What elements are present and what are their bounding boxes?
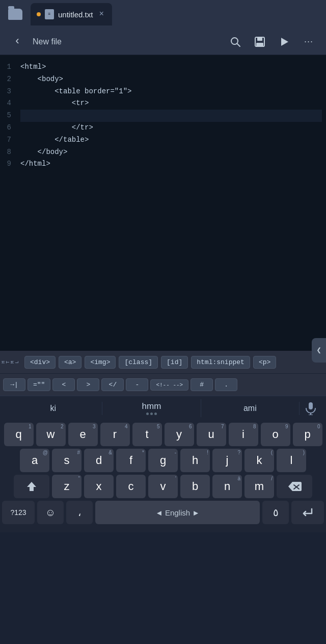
key-h[interactable]: h! — [180, 449, 210, 472]
period-key[interactable]: ٥ — [262, 501, 289, 524]
key-r[interactable]: r4 — [100, 423, 130, 446]
code-line-1: <html> — [20, 61, 322, 73]
code-line-6: </tr> — [20, 122, 322, 134]
sym-closetag[interactable]: </ — [101, 378, 124, 391]
chip-a[interactable]: <a> — [59, 356, 82, 369]
shift-key[interactable] — [14, 475, 49, 498]
chip-id[interactable]: [id] — [161, 356, 188, 369]
suggestions-bar: ki hmm ami — [0, 396, 326, 420]
enter-key[interactable] — [291, 501, 324, 524]
key-a[interactable]: a@ — [20, 449, 49, 472]
spacebar-key[interactable]: ◄ English ► — [95, 501, 260, 524]
code-line-5[interactable] — [20, 110, 322, 122]
key-y[interactable]: y6 — [165, 423, 194, 446]
key-c[interactable]: c — [116, 475, 146, 498]
line-num: 8 — [3, 146, 11, 159]
keyboard-row-4: ?123 ☺ ، ◄ English ► ٥ — [0, 498, 326, 532]
chip-class[interactable]: [class] — [119, 356, 158, 369]
sym-hash[interactable]: # — [191, 378, 213, 391]
key-p[interactable]: p0 — [293, 423, 322, 446]
suggestion-left[interactable]: ki — [4, 402, 102, 415]
suggestion-right[interactable]: ami — [201, 402, 300, 415]
dot1 — [146, 413, 149, 415]
key-u[interactable]: u7 — [197, 423, 226, 446]
code-line-7: </table> — [20, 134, 322, 146]
key-q[interactable]: q1 — [4, 423, 34, 446]
key-j[interactable]: j? — [212, 449, 242, 472]
save-icon — [254, 36, 265, 47]
sym-gt[interactable]: > — [77, 378, 99, 391]
run-button[interactable] — [273, 31, 295, 53]
keyboard-row-3: z" x c v' b nä m/ — [0, 472, 326, 498]
chip-html-snippet[interactable]: html:snippet — [191, 356, 250, 369]
sym-dot[interactable]: . — [215, 378, 237, 391]
toolbar-title: New file — [31, 37, 222, 46]
key-t[interactable]: t5 — [132, 423, 162, 446]
chip-img[interactable]: <img> — [85, 356, 116, 369]
key-n[interactable]: nä — [212, 475, 242, 498]
mic-button[interactable] — [300, 397, 322, 420]
svg-rect-6 — [309, 402, 313, 409]
sym-lt[interactable]: < — [52, 378, 75, 391]
tab-untitled[interactable]: untitled.txt × — [31, 3, 112, 25]
key-s[interactable]: s# — [52, 449, 82, 472]
backspace-key[interactable] — [277, 475, 312, 498]
editor-area[interactable]: 1 2 3 4 5 6 7 8 9 <html> <body> <table b… — [0, 55, 326, 351]
key-k[interactable]: k( — [244, 449, 274, 472]
sym-tab[interactable]: →| — [3, 378, 25, 391]
key-b[interactable]: b — [180, 475, 210, 498]
key-v[interactable]: v' — [148, 475, 178, 498]
line-numbers: 1 2 3 4 5 6 7 8 9 — [0, 55, 16, 351]
line-num: 7 — [3, 134, 11, 146]
dot3 — [154, 413, 157, 415]
shortcut-bar: HTML <div> <a> <img> [class] [id] html:s… — [0, 351, 326, 373]
key-f[interactable]: f* — [116, 449, 146, 472]
more-button[interactable]: ··· — [297, 31, 320, 53]
switch-to-numbers-key[interactable]: ?123 — [2, 501, 35, 524]
folder-icon — [8, 9, 22, 20]
code-content[interactable]: <html> <body> <table border="1"> <tr> </… — [16, 55, 326, 351]
keyboard-row-1: q1 w2 e3 r4 t5 y6 u7 i8 o9 p0 — [0, 420, 326, 446]
enter-icon — [302, 507, 314, 518]
sym-quote[interactable]: ="" — [28, 378, 50, 391]
key-l[interactable]: l) — [277, 449, 306, 472]
key-o[interactable]: o9 — [261, 423, 290, 446]
html-label: HTML — [0, 351, 21, 373]
shift-icon — [26, 481, 37, 492]
svg-rect-3 — [257, 37, 262, 41]
collapse-handle[interactable]: ❮ — [312, 338, 326, 363]
emoji-key[interactable]: ☺ — [37, 501, 64, 524]
line-num: 4 — [3, 97, 11, 110]
chip-p[interactable]: <p> — [253, 356, 276, 369]
sym-comment[interactable]: <!-- --> — [150, 379, 188, 391]
svg-line-1 — [237, 43, 240, 46]
back-icon: ‹ — [14, 35, 20, 48]
shortcut-chips: <div> <a> <img> [class] [id] html:snippe… — [21, 356, 279, 369]
svg-rect-4 — [256, 43, 263, 46]
save-button[interactable] — [249, 31, 271, 53]
comma-key[interactable]: ، — [66, 501, 93, 524]
chip-div[interactable]: <div> — [24, 356, 56, 369]
run-icon — [279, 36, 290, 47]
key-d[interactable]: d& — [84, 449, 114, 472]
key-m[interactable]: m/ — [244, 475, 274, 498]
code-line-4: <tr> — [20, 97, 322, 110]
line-num: 5 — [3, 110, 11, 122]
key-w[interactable]: w2 — [36, 423, 66, 446]
svg-marker-9 — [27, 482, 36, 491]
search-button[interactable] — [224, 31, 247, 53]
suggestion-center[interactable]: hmm — [102, 399, 201, 417]
line-num: 3 — [3, 86, 11, 98]
keyboard: q1 w2 e3 r4 t5 y6 u7 i8 o9 p0 a@ s# d& f… — [0, 420, 326, 532]
sym-minus[interactable]: - — [126, 378, 148, 391]
key-g[interactable]: g- — [148, 449, 178, 472]
key-x[interactable]: x — [84, 475, 114, 498]
tab-close-button[interactable]: × — [99, 10, 104, 19]
key-i[interactable]: i8 — [229, 423, 258, 446]
back-button[interactable]: ‹ — [6, 31, 29, 53]
folder-button[interactable] — [4, 3, 26, 25]
symbol-bar: →| ="" < > </ - <!-- --> # . — [0, 373, 326, 396]
key-z[interactable]: z" — [52, 475, 82, 498]
tab-bar: untitled.txt × — [0, 0, 326, 29]
key-e[interactable]: e3 — [68, 423, 98, 446]
